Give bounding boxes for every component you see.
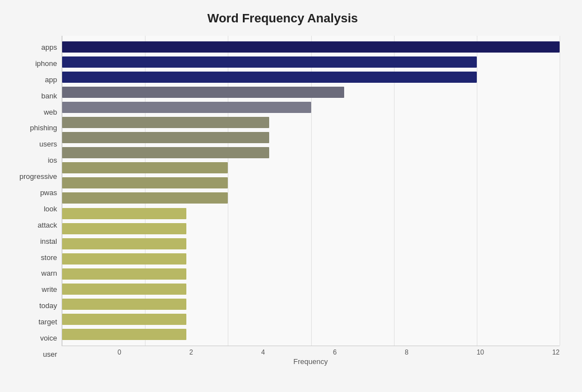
y-label: apps	[41, 40, 57, 54]
bar-row	[62, 162, 560, 174]
bar-row	[62, 268, 560, 280]
y-label: instal	[40, 234, 57, 248]
x-tick-label: 4	[261, 348, 265, 356]
chart-title: Word Frequency Analysis	[6, 11, 560, 26]
bar	[62, 177, 228, 188]
bar-row	[62, 238, 560, 250]
bar	[62, 253, 186, 265]
chart-area: appsiphoneappbankwebphishingusersiosprog…	[6, 36, 560, 366]
bar-row	[62, 328, 560, 341]
bar	[62, 147, 269, 158]
bar-row	[62, 116, 560, 129]
grid-line	[560, 36, 560, 346]
bar	[62, 162, 228, 173]
y-label: user	[43, 347, 57, 361]
y-label: warn	[41, 266, 57, 281]
y-label: app	[45, 72, 57, 87]
y-label: ios	[48, 153, 57, 168]
y-label: look	[44, 201, 57, 216]
x-axis-title: Frequency	[62, 357, 560, 366]
y-label: write	[42, 282, 57, 297]
y-label: iphone	[35, 56, 57, 70]
chart-container: Word Frequency Analysis appsiphoneappban…	[0, 0, 582, 392]
bar-row	[62, 71, 560, 83]
x-tick-label: 8	[405, 348, 409, 356]
bar-row	[62, 101, 560, 114]
y-label: web	[44, 105, 57, 119]
y-label: bank	[41, 88, 57, 103]
bar-row	[62, 41, 560, 53]
bar	[62, 284, 186, 295]
bar	[62, 314, 186, 325]
bar-row	[62, 207, 560, 220]
bar	[62, 56, 477, 68]
bar	[62, 268, 186, 280]
x-tick-label: 2	[189, 348, 193, 356]
bar	[62, 87, 344, 98]
y-label: store	[41, 250, 57, 265]
bar	[62, 72, 477, 83]
bar	[62, 329, 186, 340]
bar	[62, 117, 269, 128]
y-label: target	[39, 315, 57, 329]
y-axis: appsiphoneappbankwebphishingusersiosprog…	[6, 36, 62, 366]
y-label: pwas	[40, 185, 57, 200]
bar-row	[62, 86, 560, 98]
x-tick-label: 10	[477, 348, 484, 356]
bar	[62, 102, 311, 113]
bars-area	[62, 36, 560, 346]
bar-row	[62, 192, 560, 204]
bar	[62, 223, 186, 234]
y-label: progressive	[20, 169, 57, 184]
bar-row	[62, 56, 560, 68]
x-tick-label: 0	[118, 348, 121, 356]
bar	[62, 238, 186, 249]
bar	[62, 132, 269, 143]
x-tick-label: 6	[333, 348, 337, 356]
bar	[62, 192, 228, 204]
bar-row	[62, 131, 560, 144]
bar	[62, 41, 560, 53]
bar	[62, 208, 186, 219]
x-tick-label: 12	[552, 348, 560, 356]
y-label: today	[39, 299, 57, 313]
bar-row	[62, 313, 560, 325]
bar-row	[62, 223, 560, 235]
y-label: attack	[37, 218, 57, 232]
bar-row	[62, 177, 560, 189]
bar-row	[62, 283, 560, 295]
bar-row	[62, 298, 560, 310]
bar-row	[62, 147, 560, 159]
y-label: voice	[40, 330, 57, 345]
bar-row	[62, 253, 560, 265]
y-label: users	[39, 137, 57, 152]
x-axis-labels: 024681012	[62, 348, 560, 356]
y-label: phishing	[30, 121, 57, 135]
bar	[62, 299, 186, 310]
